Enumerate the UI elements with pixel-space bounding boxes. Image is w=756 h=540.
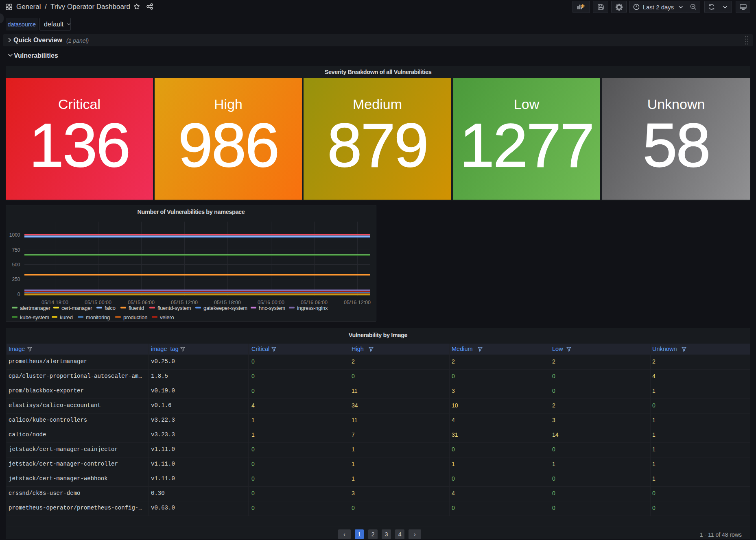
svg-text:cert-manager: cert-manager bbox=[61, 305, 92, 311]
svg-text:0: 0 bbox=[17, 292, 20, 297]
svg-text:fluentd: fluentd bbox=[129, 305, 144, 311]
svg-text:05/15 00:00: 05/15 00:00 bbox=[85, 300, 111, 305]
svg-text:05/15 12:00: 05/15 12:00 bbox=[171, 300, 198, 305]
svg-text:05/16 12:00: 05/16 12:00 bbox=[344, 300, 371, 305]
svg-text:alertmanager: alertmanager bbox=[20, 305, 51, 311]
svg-text:production: production bbox=[123, 314, 147, 320]
svg-text:05/15 06:00: 05/15 06:00 bbox=[128, 300, 155, 305]
svg-text:05/16 00:00: 05/16 00:00 bbox=[258, 300, 284, 305]
svg-text:250: 250 bbox=[12, 277, 20, 282]
svg-text:05/16 06:00: 05/16 06:00 bbox=[301, 300, 328, 305]
svg-text:05/15 18:00: 05/15 18:00 bbox=[214, 300, 241, 305]
svg-text:500: 500 bbox=[12, 262, 20, 268]
svg-text:05/14 18:00: 05/14 18:00 bbox=[42, 300, 68, 305]
svg-text:750: 750 bbox=[12, 247, 20, 253]
svg-text:1000: 1000 bbox=[9, 232, 20, 238]
svg-text:ingress-nginx: ingress-nginx bbox=[297, 305, 328, 311]
svg-text:kured: kured bbox=[60, 314, 73, 320]
svg-text:monitoring: monitoring bbox=[86, 314, 110, 320]
svg-text:velero: velero bbox=[160, 314, 174, 320]
svg-text:kube-system: kube-system bbox=[20, 314, 49, 320]
svg-text:falco: falco bbox=[105, 305, 116, 311]
svg-text:fluentd-system: fluentd-system bbox=[157, 305, 191, 311]
svg-text:hnc-system: hnc-system bbox=[259, 305, 285, 311]
svg-text:gatekeeper-system: gatekeeper-system bbox=[203, 305, 247, 311]
